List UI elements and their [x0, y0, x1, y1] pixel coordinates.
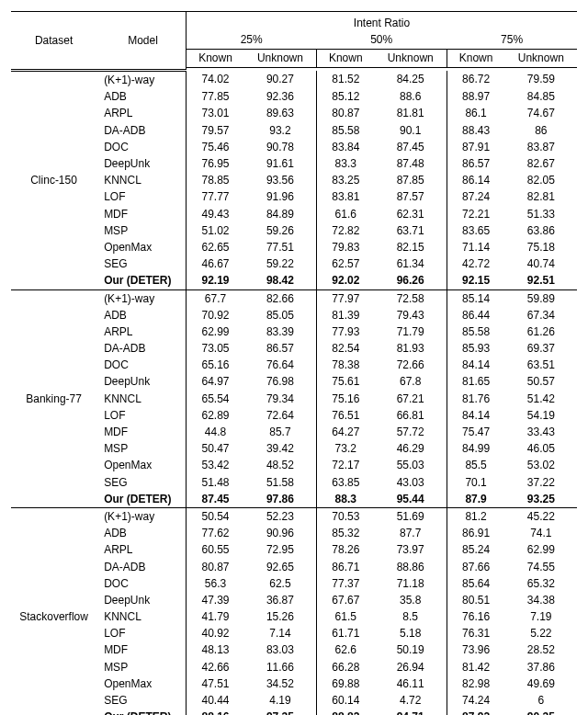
value-cell: 78.26: [316, 541, 375, 558]
value-cell: 85.12: [316, 88, 375, 105]
table-row: SEG40.444.1960.144.7274.246: [11, 692, 577, 709]
model-cell: MSP: [96, 659, 186, 675]
value-cell: 77.62: [186, 525, 244, 541]
value-cell: 61.34: [375, 255, 447, 272]
value-cell: 84.14: [447, 357, 505, 373]
value-cell: 51.58: [244, 474, 316, 491]
value-cell: 51.69: [375, 507, 447, 525]
value-cell: 85.05: [244, 307, 316, 323]
value-cell: 78.38: [316, 357, 375, 373]
value-cell: 83.25: [316, 172, 375, 188]
value-cell: 87.66: [447, 559, 505, 575]
table-row: MDF44.885.764.2757.7275.4733.43: [11, 424, 577, 440]
value-cell: 72.17: [316, 457, 375, 473]
value-cell: 49.69: [505, 675, 577, 692]
model-cell: DOC: [96, 575, 186, 592]
value-cell: 85.7: [244, 424, 316, 440]
value-cell: 34.52: [244, 675, 316, 692]
value-cell: 97.86: [244, 491, 316, 508]
value-cell: 86.1: [447, 105, 505, 121]
value-cell: 74.24: [447, 692, 505, 709]
value-cell: 37.22: [505, 474, 577, 491]
value-cell: 74.55: [505, 559, 577, 575]
value-cell: 76.98: [244, 373, 316, 390]
value-cell: 81.65: [447, 373, 505, 390]
value-cell: 75.16: [316, 391, 375, 407]
value-cell: 71.14: [447, 239, 505, 255]
value-cell: 43.03: [375, 474, 447, 491]
value-cell: 45.22: [505, 507, 577, 525]
value-cell: 61.6: [316, 206, 375, 222]
value-cell: 50.19: [375, 641, 447, 658]
model-cell: LOF: [96, 188, 186, 205]
value-cell: 50.54: [186, 507, 244, 525]
value-cell: 87.92: [447, 709, 505, 715]
value-cell: 82.05: [505, 172, 577, 188]
value-cell: 96.26: [375, 272, 447, 289]
value-cell: 72.64: [244, 407, 316, 424]
hdr-model: Model: [96, 12, 186, 68]
value-cell: 62.89: [186, 407, 244, 424]
value-cell: 88.86: [375, 559, 447, 575]
value-cell: 85.32: [316, 525, 375, 541]
value-cell: 33.43: [505, 424, 577, 440]
value-cell: 73.05: [186, 340, 244, 357]
value-cell: 80.87: [316, 105, 375, 121]
table-row: DeepUnk47.3936.8767.6735.880.5134.38: [11, 592, 577, 608]
value-cell: 85.5: [447, 457, 505, 473]
value-cell: 83.03: [244, 641, 316, 658]
value-cell: 84.99: [447, 440, 505, 457]
hdr-unknown-3: Unknown: [505, 50, 577, 67]
hdr-unknown-1: Unknown: [244, 50, 316, 67]
value-cell: 91.96: [244, 188, 316, 205]
value-cell: 93.2: [244, 122, 316, 139]
hdr-dataset: Dataset: [11, 12, 96, 68]
value-cell: 51.02: [186, 222, 244, 239]
table-row: DeepUnk64.9776.9875.6167.881.6550.57: [11, 373, 577, 390]
value-cell: 64.97: [186, 373, 244, 390]
hdr-unknown-2: Unknown: [375, 50, 447, 67]
table-row: OpenMax62.6577.5179.8382.1571.1475.18: [11, 239, 577, 255]
value-cell: 73.96: [447, 641, 505, 658]
value-cell: 84.25: [375, 71, 447, 89]
value-cell: 85.14: [447, 289, 505, 307]
value-cell: 74.1: [505, 525, 577, 541]
model-cell: Our (DETER): [96, 709, 186, 715]
model-cell: KNNCL: [96, 172, 186, 188]
value-cell: 87.7: [375, 525, 447, 541]
model-cell: ARPL: [96, 105, 186, 121]
model-cell: MDF: [96, 206, 186, 222]
value-cell: 46.11: [375, 675, 447, 692]
model-cell: SEG: [96, 255, 186, 272]
value-cell: 76.64: [244, 357, 316, 373]
dataset-cell: Banking-77: [11, 289, 96, 507]
model-cell: OpenMax: [96, 239, 186, 255]
value-cell: 86.71: [316, 559, 375, 575]
value-cell: 66.28: [316, 659, 375, 675]
value-cell: 79.59: [505, 71, 577, 89]
value-cell: 71.18: [375, 575, 447, 592]
value-cell: 40.44: [186, 692, 244, 709]
value-cell: 88.97: [447, 88, 505, 105]
value-cell: 63.85: [316, 474, 375, 491]
value-cell: 91.61: [244, 155, 316, 172]
model-cell: MSP: [96, 440, 186, 457]
model-cell: ADB: [96, 525, 186, 541]
value-cell: 97.35: [244, 709, 316, 715]
value-cell: 66.81: [375, 407, 447, 424]
value-cell: 11.66: [244, 659, 316, 675]
value-cell: 35.8: [375, 592, 447, 608]
value-cell: 72.58: [375, 289, 447, 307]
value-cell: 87.9: [447, 491, 505, 508]
value-cell: 73.01: [186, 105, 244, 121]
model-cell: LOF: [96, 625, 186, 641]
value-cell: 76.16: [447, 608, 505, 625]
model-cell: LOF: [96, 407, 186, 424]
value-cell: 72.66: [375, 357, 447, 373]
value-cell: 65.16: [186, 357, 244, 373]
value-cell: 67.7: [186, 289, 244, 307]
value-cell: 75.46: [186, 139, 244, 155]
model-cell: ADB: [96, 88, 186, 105]
value-cell: 75.61: [316, 373, 375, 390]
value-cell: 83.39: [244, 323, 316, 340]
